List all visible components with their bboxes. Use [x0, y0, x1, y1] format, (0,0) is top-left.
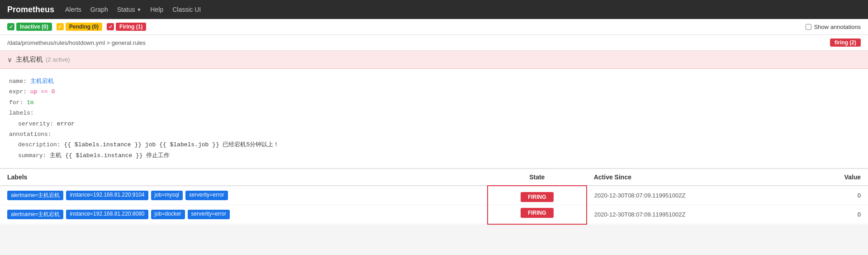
nav-alerts[interactable]: Alerts [65, 6, 81, 13]
label-tag: alertname=主机宕机 [7, 191, 63, 200]
col-value: Value [804, 169, 868, 186]
filter-inactive[interactable]: ✓ Inactive (0) [7, 23, 52, 31]
show-annotations-label: Show annotations [814, 24, 861, 30]
table-row: alertname=主机宕机instance=192.168.81.220:80… [0, 205, 868, 224]
rule-expr-line: expr: up == 0 [9, 87, 859, 97]
navbar: Prometheus Alerts Graph Status ▼ Help Cl… [0, 0, 868, 19]
label-tag: serverity=error [188, 210, 230, 219]
col-state: State [488, 169, 587, 186]
labels-cell: alertname=主机宕机instance=192.168.81.220:80… [0, 205, 488, 224]
table-header-row: Labels State Active Since Value [0, 169, 868, 186]
rule-description-line: description: {{ $labels.instance }} job … [18, 140, 859, 150]
chevron-down-icon: ▼ [137, 7, 141, 12]
firing-state-button[interactable]: FIRING [521, 208, 554, 218]
value-cell: 0 [804, 186, 868, 205]
value-cell: 0 [804, 205, 868, 224]
rule-group-active-count: (2 active) [46, 56, 70, 63]
table-row: alertname=主机宕机instance=192.168.81.220:91… [0, 186, 868, 205]
checkbox-pending-icon: ✓ [57, 23, 64, 30]
col-active-since: Active Since [587, 169, 805, 186]
rules-path: /data/prometheus/rules/hostdown.yml > ge… [7, 39, 146, 46]
state-cell: FIRING [488, 205, 587, 224]
filter-firing[interactable]: ✓ Firing (1) [107, 23, 146, 31]
rule-for-line: for: 1m [9, 97, 859, 108]
rule-name-line: name: 主机宕机 [9, 76, 859, 87]
collapse-icon: ∨ [7, 56, 12, 64]
show-annotations-control[interactable]: Show annotations [806, 24, 861, 30]
filter-badges: ✓ Inactive (0) ✓ Pending (0) ✓ Firing (1… [7, 23, 146, 31]
checkbox-firing-icon: ✓ [107, 23, 114, 30]
firing-state-button[interactable]: FIRING [521, 192, 554, 202]
alert-table-container: Labels State Active Since Value alertnam… [0, 168, 868, 225]
nav-classic-ui[interactable]: Classic UI [172, 6, 201, 13]
filter-pending[interactable]: ✓ Pending (0) [57, 23, 102, 31]
label-tag: instance=192.168.81.220:8080 [66, 210, 148, 219]
navbar-brand: Prometheus [7, 5, 54, 14]
labels-cell: alertname=主机宕机instance=192.168.81.220:91… [0, 186, 488, 205]
alert-table: Labels State Active Since Value alertnam… [0, 169, 868, 225]
nav-help[interactable]: Help [150, 6, 163, 13]
col-labels: Labels [0, 169, 488, 186]
rule-annotations-line: annotations: [9, 129, 859, 140]
checkbox-inactive-icon: ✓ [7, 23, 14, 30]
state-cell: FIRING [488, 186, 587, 205]
inactive-badge-label: Inactive (0) [16, 23, 52, 31]
path-firing-badge: firing (2) [830, 38, 861, 47]
rule-summary-line: summary: 主机 {{ $labels.instance }} 停止工作 [18, 150, 859, 161]
label-tag: instance=192.168.81.220:9104 [66, 191, 148, 200]
label-tag: job=mysql [151, 191, 183, 200]
pending-badge-label: Pending (0) [66, 23, 102, 31]
nav-status-dropdown[interactable]: Status ▼ [117, 6, 142, 13]
rule-labels-line: labels: [9, 108, 859, 118]
show-annotations-checkbox[interactable] [806, 24, 811, 30]
rule-group-header[interactable]: ∨ 主机宕机 (2 active) [0, 51, 868, 69]
label-tag: job=docker [151, 210, 185, 219]
filter-bar: ✓ Inactive (0) ✓ Pending (0) ✓ Firing (1… [0, 19, 868, 35]
rule-serverity-line: serverity: error [18, 119, 859, 129]
active-since-cell: 2020-12-30T08:07:09.119951002Z [587, 205, 805, 224]
firing-badge-label: Firing (1) [116, 23, 146, 31]
nav-graph[interactable]: Graph [90, 6, 108, 13]
active-since-cell: 2020-12-30T08:07:09.119951002Z [587, 186, 805, 205]
label-tag: serverity=error [185, 191, 228, 200]
label-tag: alertname=主机宕机 [7, 210, 63, 219]
rule-detail: name: 主机宕机 expr: up == 0 for: 1m labels:… [0, 69, 868, 168]
rule-group-title: 主机宕机 [16, 55, 43, 64]
path-bar: /data/prometheus/rules/hostdown.yml > ge… [0, 35, 868, 51]
